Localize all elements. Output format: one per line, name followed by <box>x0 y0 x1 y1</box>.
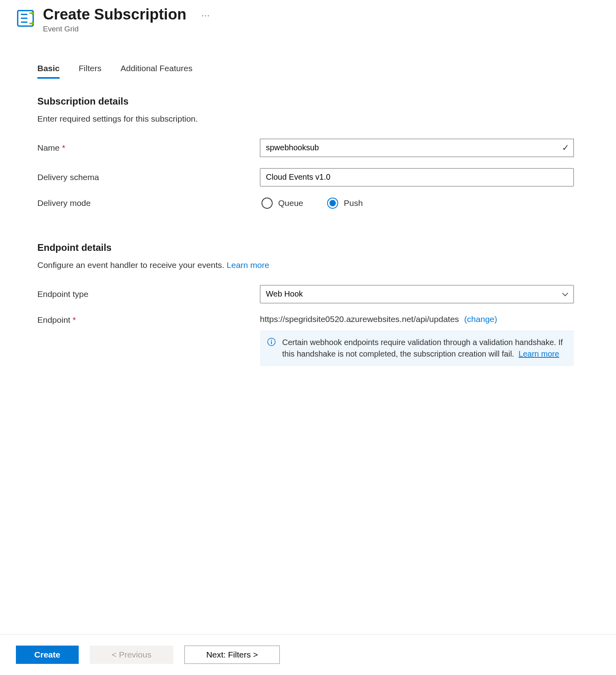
create-button[interactable]: Create <box>16 646 79 664</box>
validation-info-text: Certain webhook endpoints require valida… <box>282 337 567 360</box>
radio-unchecked-icon <box>262 198 273 209</box>
page-subtitle: Event Grid <box>43 25 186 33</box>
endpoint-learn-more-link[interactable]: Learn more <box>227 260 269 270</box>
page-title: Create Subscription <box>43 6 186 23</box>
endpoint-label: Endpoint * <box>37 314 260 325</box>
tab-filters[interactable]: Filters <box>79 62 101 79</box>
name-input[interactable] <box>260 139 574 157</box>
delivery-mode-push[interactable]: Push <box>327 198 363 209</box>
svg-point-5 <box>271 339 272 341</box>
next-filters-button[interactable]: Next: Filters > <box>184 646 280 664</box>
subscription-details-desc: Enter required settings for this subscri… <box>37 114 600 124</box>
svg-rect-6 <box>271 341 272 344</box>
endpoint-details-desc: Configure an event handler to receive yo… <box>37 260 600 270</box>
validation-learn-more-link[interactable]: Learn more <box>519 349 559 358</box>
name-label: Name * <box>37 143 260 153</box>
more-actions-button[interactable]: ··· <box>201 10 210 21</box>
previous-button: < Previous <box>90 646 173 664</box>
endpoint-type-label: Endpoint type <box>37 289 260 299</box>
delivery-mode-queue[interactable]: Queue <box>262 198 303 209</box>
page-header: Create Subscription Event Grid ··· <box>15 8 600 33</box>
subscription-icon <box>15 8 36 29</box>
subscription-details-heading: Subscription details <box>37 96 600 107</box>
delivery-schema-label: Delivery schema <box>37 173 260 182</box>
wizard-footer: Create < Previous Next: Filters > <box>0 634 616 675</box>
tab-basic[interactable]: Basic <box>37 62 60 79</box>
tabstrip: Basic Filters Additional Features <box>15 62 600 79</box>
delivery-schema-display <box>260 168 574 186</box>
endpoint-change-link[interactable]: (change) <box>464 314 497 324</box>
radio-checked-icon <box>327 198 338 209</box>
tab-additional-features[interactable]: Additional Features <box>120 62 192 79</box>
endpoint-details-heading: Endpoint details <box>37 242 600 253</box>
validation-info-box: Certain webhook endpoints require valida… <box>260 330 574 366</box>
delivery-mode-label: Delivery mode <box>37 198 260 208</box>
endpoint-url: https://spegridsite0520.azurewebsites.ne… <box>260 314 459 324</box>
endpoint-type-select[interactable] <box>260 285 574 303</box>
info-icon <box>267 338 276 360</box>
